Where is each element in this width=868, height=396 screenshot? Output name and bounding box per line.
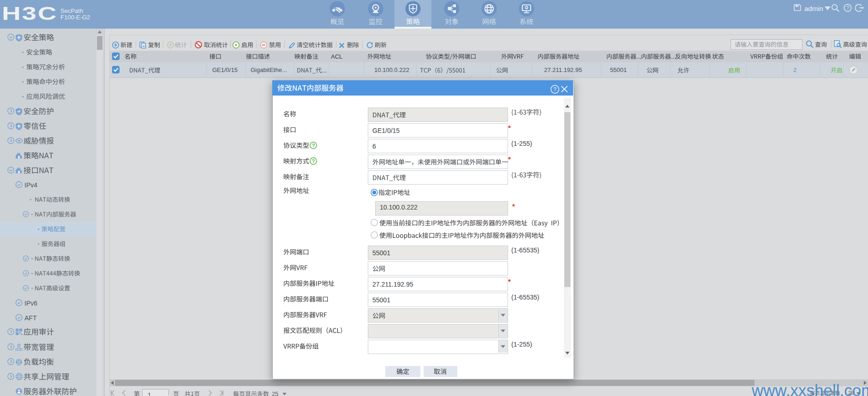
svg-text:?: ? [312, 158, 315, 164]
svg-text:?: ? [312, 143, 315, 148]
svg-text:?: ? [846, 5, 849, 11]
svg-text:?: ? [553, 86, 557, 93]
